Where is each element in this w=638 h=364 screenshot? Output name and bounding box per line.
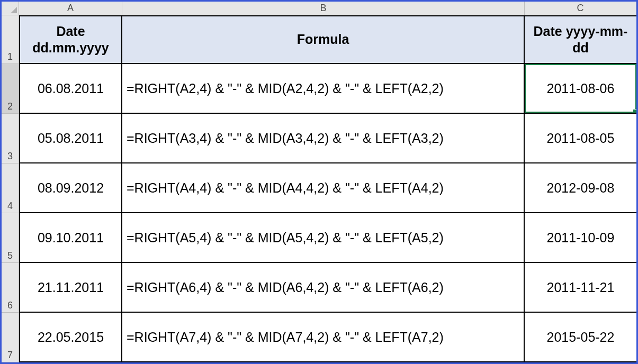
row-header-2[interactable]: 2 (2, 64, 19, 114)
row-header-6[interactable]: 6 (2, 263, 19, 313)
data-row: 08.09.2012 =RIGHT(A4,4) & "-" & MID(A4,4… (19, 163, 636, 213)
col-header-B[interactable]: B (122, 2, 525, 15)
cell-grid: Date dd.mm.yyyy Formula Date yyyy-mm-dd … (19, 15, 636, 362)
cell-A2[interactable]: 06.08.2011 (19, 64, 122, 113)
row-header-1[interactable]: 1 (2, 15, 19, 64)
data-row: 22.05.2015 =RIGHT(A7,4) & "-" & MID(A7,4… (19, 313, 636, 362)
cell-C6[interactable]: 2011-11-21 (525, 263, 636, 312)
cell-C2[interactable]: 2011-08-06 (525, 64, 636, 113)
row-header-4[interactable]: 4 (2, 163, 19, 213)
cell-B2[interactable]: =RIGHT(A2,4) & "-" & MID(A2,4,2) & "-" &… (122, 64, 525, 113)
cell-C7[interactable]: 2015-05-22 (525, 313, 636, 361)
cell-A4[interactable]: 08.09.2012 (19, 163, 122, 212)
header-cell-formula[interactable]: Formula (122, 16, 525, 63)
cell-C4[interactable]: 2012-09-08 (525, 163, 636, 212)
row-header-7[interactable]: 7 (2, 313, 19, 362)
header-cell-date-out[interactable]: Date yyyy-mm-dd (525, 16, 636, 63)
row-header-5[interactable]: 5 (2, 213, 19, 263)
cell-B6[interactable]: =RIGHT(A6,4) & "-" & MID(A6,4,2) & "-" &… (122, 263, 525, 312)
column-headers: A B C (19, 2, 636, 15)
cell-A5[interactable]: 09.10.2011 (19, 213, 122, 262)
cell-A6[interactable]: 21.11.2011 (19, 263, 122, 312)
cell-A3[interactable]: 05.08.2011 (19, 114, 122, 162)
col-header-A[interactable]: A (19, 2, 122, 15)
cell-A7[interactable]: 22.05.2015 (19, 313, 122, 361)
data-row: 09.10.2011 =RIGHT(A5,4) & "-" & MID(A5,4… (19, 213, 636, 263)
cell-B3[interactable]: =RIGHT(A3,4) & "-" & MID(A3,4,2) & "-" &… (122, 114, 525, 162)
data-row: 06.08.2011 =RIGHT(A2,4) & "-" & MID(A2,4… (19, 64, 636, 114)
header-cell-date-in[interactable]: Date dd.mm.yyyy (19, 16, 122, 63)
select-all-corner[interactable] (2, 2, 19, 15)
col-header-C[interactable]: C (525, 2, 636, 15)
data-row: 21.11.2011 =RIGHT(A6,4) & "-" & MID(A6,4… (19, 263, 636, 313)
header-row: Date dd.mm.yyyy Formula Date yyyy-mm-dd (19, 15, 636, 64)
data-row: 05.08.2011 =RIGHT(A3,4) & "-" & MID(A3,4… (19, 114, 636, 163)
cell-B7[interactable]: =RIGHT(A7,4) & "-" & MID(A7,4,2) & "-" &… (122, 313, 525, 361)
row-header-3[interactable]: 3 (2, 114, 19, 163)
spreadsheet: A B C 1 2 3 4 5 6 7 Date dd.mm.yyyy Form… (0, 0, 638, 364)
cell-C3[interactable]: 2011-08-05 (525, 114, 636, 162)
cell-B4[interactable]: =RIGHT(A4,4) & "-" & MID(A4,4,2) & "-" &… (122, 163, 525, 212)
row-headers: 1 2 3 4 5 6 7 (2, 15, 19, 362)
cell-C5[interactable]: 2011-10-09 (525, 213, 636, 262)
cell-B5[interactable]: =RIGHT(A5,4) & "-" & MID(A5,4,2) & "-" &… (122, 213, 525, 262)
